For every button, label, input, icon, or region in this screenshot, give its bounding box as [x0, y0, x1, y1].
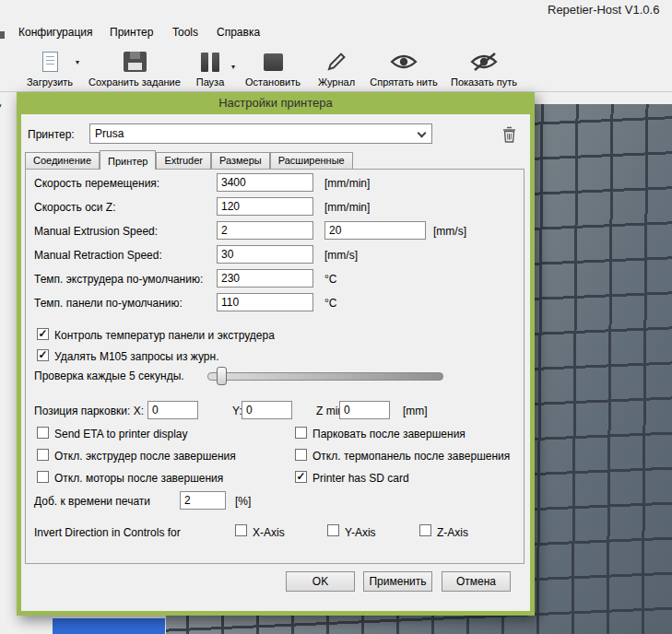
window-title: Repetier-Host V1.0.6 [548, 3, 659, 17]
invert-x-checkbox[interactable] [235, 524, 247, 536]
delete-printer-button[interactable] [500, 125, 518, 144]
tab-printer[interactable]: Принтер [100, 150, 156, 170]
repetier-host-window: Repetier-Host V1.0.6 Конфигурация Принте… [0, 0, 672, 634]
show-travel-eye-slash-icon [470, 53, 498, 71]
menu-bar: Конфигурация Принтер Tools Справка [0, 24, 672, 44]
log-pencil-icon [325, 51, 348, 73]
main-toolbar: ▾ ▾ Загрузить Сохранить задание ▾ Пауза … [0, 44, 672, 92]
invert-z-checkbox[interactable] [419, 524, 431, 536]
load-dropdown-arrow-icon[interactable]: ▾ [76, 58, 79, 66]
apply-button[interactable]: Применить [363, 571, 432, 592]
menu-configuration[interactable]: Конфигурация [18, 26, 93, 39]
send-eta-checkbox[interactable] [37, 427, 49, 439]
menu-help[interactable]: Справка [217, 26, 260, 39]
load-button[interactable]: ▾ Загрузить [13, 48, 87, 90]
menu-tools[interactable]: Tools [172, 26, 198, 39]
chevron-down-icon [418, 129, 427, 138]
temp-watch-checkbox[interactable]: ✓ [37, 328, 49, 340]
hide-filament-eye-icon [390, 53, 418, 71]
tab-extruder[interactable]: Extruder [156, 152, 211, 169]
pause-dropdown-arrow-icon[interactable]: ▾ [231, 63, 235, 71]
disable-extruder-checkbox[interactable] [37, 449, 49, 461]
log-button-label: Журнал [310, 76, 363, 88]
settings-tabs: Соединение Принтер Extruder Размеры Расш… [25, 149, 353, 169]
open-file-icon [42, 52, 58, 72]
stop-button-label: Остановить [238, 76, 308, 88]
check-interval-slider-thumb[interactable] [217, 367, 227, 385]
pause-icon [201, 53, 219, 72]
load-button-label: Загрузить [13, 76, 87, 88]
printer-label: Принтер: [28, 128, 75, 141]
park-after-job-checkbox[interactable] [295, 427, 307, 439]
hide-filament-button[interactable]: Спрятать нить [365, 48, 442, 90]
disable-bed-checkbox[interactable] [295, 449, 307, 461]
printer-select[interactable]: Prusa [89, 123, 432, 144]
dialog-title: Настройки принтера [17, 92, 535, 114]
pause-button[interactable]: ▾ Пауза [183, 48, 238, 90]
save-job-button-label: Сохранить задание [88, 76, 181, 88]
bottom-blue-strip [53, 618, 165, 634]
remove-m105-checkbox[interactable]: ✓ [37, 349, 49, 361]
tab-connection[interactable]: Соединение [25, 152, 100, 169]
hide-filament-button-label: Спрятать нить [365, 76, 442, 88]
save-job-icon [124, 52, 147, 72]
pause-button-label: Пауза [183, 76, 238, 88]
stop-button[interactable]: Остановить [238, 48, 308, 90]
cancel-button[interactable]: Отмена [442, 571, 511, 592]
tab-panel [25, 169, 525, 564]
save-job-button[interactable]: Сохранить задание [88, 48, 181, 90]
clipped-menu-icon [0, 31, 5, 39]
invert-y-checkbox[interactable] [327, 524, 339, 536]
log-button[interactable]: Журнал [310, 48, 363, 90]
show-travel-button[interactable]: Показать путь [444, 48, 524, 90]
disable-motors-checkbox[interactable] [37, 471, 49, 483]
check-interval-slider-track[interactable] [207, 372, 443, 381]
dialog-content: Принтер: Prusa Соединение Принтер Extru [21, 114, 530, 611]
trash-icon [502, 126, 516, 143]
menu-printer[interactable]: Принтер [110, 26, 153, 39]
tab-advanced[interactable]: Расширенные [270, 152, 353, 169]
stop-icon [264, 53, 283, 71]
show-travel-button-label: Показать путь [444, 76, 524, 88]
tab-dimensions[interactable]: Размеры [211, 152, 270, 169]
clipped-dropdown-icon[interactable]: ▾ [0, 101, 2, 111]
printer-settings-dialog: Настройки принтера Принтер: Prusa Соедин… [17, 92, 535, 616]
ok-button[interactable]: OK [286, 571, 355, 592]
printer-select-value: Prusa [95, 127, 124, 140]
sd-card-checkbox[interactable]: ✓ [295, 471, 307, 483]
